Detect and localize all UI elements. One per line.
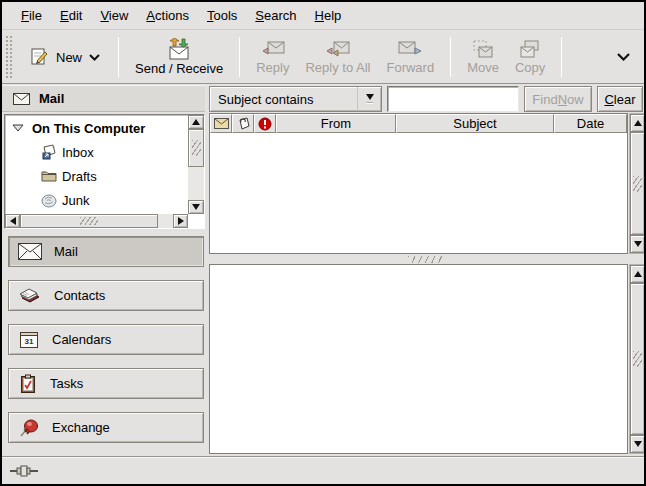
copy-button[interactable]: Copy — [507, 37, 553, 77]
search-input[interactable] — [387, 86, 519, 112]
column-label: Subject — [453, 116, 496, 131]
menu-file[interactable]: File — [12, 4, 51, 27]
tree-item-label: Junk — [62, 193, 89, 208]
scrollbar-thumb[interactable] — [630, 132, 645, 235]
forward-label: Forward — [386, 60, 434, 75]
menu-view[interactable]: View — [91, 4, 137, 27]
preview-pane — [209, 264, 628, 454]
toolbar-overflow-chevron-icon[interactable] — [617, 53, 630, 61]
calendar-day-number: 31 — [25, 337, 34, 346]
search-criteria-dropdown[interactable]: Subject contains — [209, 86, 382, 112]
exchange-icon — [18, 417, 40, 439]
contacts-icon — [18, 286, 42, 306]
forward-button[interactable]: Forward — [378, 37, 442, 77]
column-from[interactable]: From — [276, 114, 396, 133]
switcher-label: Exchange — [52, 420, 110, 435]
switcher-label: Calendars — [52, 332, 111, 347]
switcher-tasks-button[interactable]: Tasks — [8, 368, 204, 399]
arrow-up-icon — [634, 120, 642, 126]
tree-item-on-this-computer[interactable]: On This Computer — [6, 116, 188, 140]
column-priority[interactable] — [254, 114, 276, 133]
find-now-button[interactable]: Find Now — [524, 86, 592, 112]
new-button[interactable]: New — [19, 41, 110, 73]
arrow-right-icon — [178, 217, 184, 225]
switcher-exchange-button[interactable]: Exchange — [8, 412, 204, 443]
scroll-right-button[interactable] — [173, 214, 188, 228]
scroll-down-button[interactable] — [630, 235, 645, 253]
send-receive-label: Send / Receive — [135, 61, 223, 76]
reply-icon — [260, 39, 286, 59]
scroll-up-button[interactable] — [630, 265, 645, 283]
move-button[interactable]: Move — [459, 37, 507, 77]
reply-button[interactable]: Reply — [248, 37, 297, 77]
message-list-scrollbar[interactable] — [629, 113, 646, 254]
toolbar-separator — [450, 37, 451, 77]
thumb-grip — [633, 176, 642, 192]
reply-to-all-label: Reply to All — [305, 60, 370, 75]
combo-arrow-icon — [366, 94, 374, 100]
menu-help[interactable]: Help — [306, 4, 351, 27]
message-status-icon — [214, 118, 229, 129]
arrow-down-icon — [634, 241, 642, 247]
sidebar-mail-header: Mail — [2, 85, 205, 112]
switcher-mail-button[interactable]: Mail — [8, 236, 204, 267]
new-button-label: New — [56, 50, 82, 65]
send-receive-button[interactable]: Send / Receive — [127, 36, 231, 78]
inbox-icon — [40, 144, 58, 160]
column-message-status[interactable] — [210, 114, 232, 133]
reply-to-all-icon — [325, 39, 351, 59]
copy-message-icon — [518, 39, 542, 59]
scroll-down-button[interactable] — [188, 200, 204, 214]
scrollbar-thumb[interactable] — [630, 283, 645, 435]
calendar-icon: 31 — [18, 330, 40, 350]
toolbar-drag-handle[interactable] — [5, 35, 12, 80]
column-label: From — [321, 116, 351, 131]
folder-tree: On This Computer Inbox Drafts Junk — [6, 116, 188, 213]
tree-horizontal-scrollbar[interactable] — [5, 214, 188, 228]
scrollbar-track[interactable] — [188, 167, 204, 200]
tree-expander-icon[interactable] — [12, 124, 24, 132]
reply-to-all-button[interactable]: Reply to All — [297, 37, 378, 77]
reply-label: Reply — [256, 60, 289, 75]
scrollbar-thumb[interactable] — [20, 214, 158, 228]
preview-scrollbar[interactable] — [629, 264, 646, 454]
menu-actions[interactable]: Actions — [137, 4, 198, 27]
arrow-down-icon — [634, 441, 642, 447]
scroll-left-button[interactable] — [5, 214, 20, 228]
clear-button[interactable]: Clear — [597, 86, 643, 112]
column-attachment[interactable] — [232, 114, 254, 133]
switcher-label: Mail — [54, 244, 78, 259]
message-list-body — [210, 133, 627, 253]
copy-label: Copy — [515, 60, 545, 75]
switcher-contacts-button[interactable]: Contacts — [8, 280, 204, 311]
online-status-plug-icon[interactable] — [10, 464, 42, 478]
scroll-up-button[interactable] — [630, 114, 645, 132]
column-date[interactable]: Date — [554, 114, 627, 133]
toolbar-separator — [239, 37, 240, 77]
tree-vertical-scrollbar[interactable] — [188, 115, 204, 214]
menu-search[interactable]: Search — [246, 4, 305, 27]
column-subject[interactable]: Subject — [396, 114, 554, 133]
menu-edit[interactable]: Edit — [51, 4, 91, 27]
column-label: Date — [577, 116, 604, 131]
tree-item-inbox[interactable]: Inbox — [6, 140, 188, 164]
tree-item-junk[interactable]: Junk — [6, 188, 188, 212]
pane-splitter[interactable] — [207, 255, 644, 264]
search-criteria-value: Subject contains — [210, 92, 357, 107]
tree-item-drafts[interactable]: Drafts — [6, 164, 188, 188]
switcher-label: Tasks — [50, 376, 83, 391]
switcher-calendars-button[interactable]: 31 Calendars — [8, 324, 204, 355]
arrow-down-icon — [192, 204, 200, 210]
scroll-up-button[interactable] — [188, 115, 204, 129]
tree-root-label: On This Computer — [32, 121, 145, 136]
switcher-label: Contacts — [54, 288, 105, 303]
scrollbar-thumb[interactable] — [188, 129, 204, 167]
menu-tools[interactable]: Tools — [198, 4, 246, 27]
sidebar-header-label: Mail — [39, 91, 64, 106]
tasks-icon — [18, 374, 38, 394]
folder-tree-panel: On This Computer Inbox Drafts Junk — [4, 114, 205, 229]
arrow-up-icon — [634, 271, 642, 277]
move-label: Move — [467, 60, 499, 75]
scrollbar-track[interactable] — [158, 214, 173, 228]
scroll-down-button[interactable] — [630, 435, 645, 453]
